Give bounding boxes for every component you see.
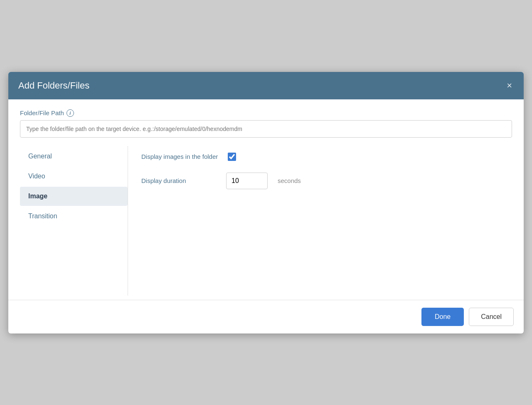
cancel-button[interactable]: Cancel — [469, 308, 514, 326]
seconds-label: seconds — [278, 177, 301, 184]
tabs-sidebar: General Video Image Transition — [20, 146, 128, 296]
path-input[interactable] — [20, 120, 512, 138]
dialog-body: Folder/File Path i General Video Image T… — [8, 99, 524, 296]
close-button[interactable]: × — [505, 79, 514, 92]
path-label-text: Folder/File Path — [20, 109, 64, 116]
add-folders-files-dialog: Add Folders/Files × Folder/File Path i G… — [8, 72, 524, 333]
display-duration-label: Display duration — [141, 177, 216, 184]
path-field-label: Folder/File Path i — [20, 109, 512, 117]
display-images-checkbox[interactable] — [228, 153, 236, 161]
tab-transition[interactable]: Transition — [20, 207, 128, 226]
display-images-row: Display images in the folder — [141, 153, 499, 161]
display-images-checkbox-container — [228, 153, 236, 161]
info-icon: i — [66, 109, 74, 117]
dialog-header: Add Folders/Files × — [8, 72, 524, 99]
done-button[interactable]: Done — [421, 308, 464, 326]
dialog-title: Add Folders/Files — [18, 80, 89, 91]
dialog-footer: Done Cancel — [8, 300, 524, 333]
tab-video[interactable]: Video — [20, 167, 128, 186]
tab-image[interactable]: Image — [20, 187, 128, 206]
display-duration-row: Display duration seconds — [141, 173, 499, 189]
display-duration-input[interactable] — [226, 173, 268, 189]
tabs-content-area: General Video Image Transition Display i… — [20, 146, 512, 296]
image-tab-content: Display images in the folder Display dur… — [128, 146, 512, 296]
tab-general[interactable]: General — [20, 147, 128, 166]
display-images-label: Display images in the folder — [141, 153, 218, 160]
